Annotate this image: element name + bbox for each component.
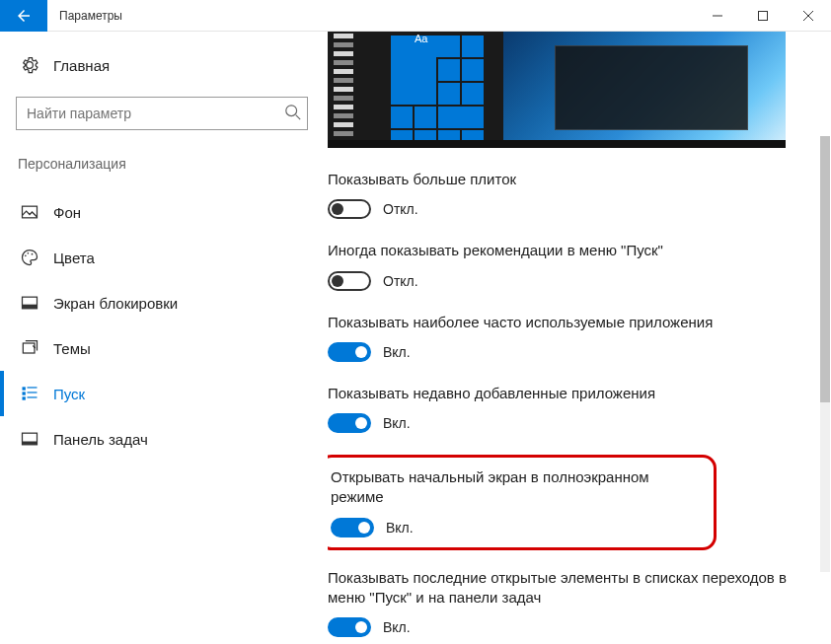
scrollbar[interactable] [820,136,830,572]
sidebar-item-label: Пуск [53,386,85,402]
setting-label: Открывать начальный экран в полноэкранно… [331,467,704,508]
close-button[interactable] [786,0,831,32]
search-box [16,97,312,130]
toggle-state: Откл. [383,201,418,217]
setting-label: Показывать последние открытые элементы в… [328,568,817,608]
sidebar-item-lockscreen[interactable]: Экран блокировки [16,280,312,325]
toggle-state: Вкл. [383,619,411,635]
sidebar-item-label: Экран блокировки [53,295,178,312]
toggle-jumplist[interactable] [328,617,371,637]
svg-rect-2 [23,206,38,218]
svg-rect-13 [28,392,38,393]
svg-rect-14 [28,396,38,397]
sidebar: Главная Персонализация Фон Цвета Экран б… [0,32,328,644]
start-preview: Aa [328,32,786,148]
taskbar-icon [20,429,39,449]
svg-rect-11 [23,396,26,399]
toggle-recent[interactable] [328,413,371,433]
toggle-more-tiles[interactable] [328,199,371,219]
minimize-button[interactable] [695,0,740,32]
sidebar-home-label: Главная [53,57,110,74]
content-area: Aa Показывать больше плиток Откл. Иногда… [328,32,831,644]
toggle-state: Вкл. [386,520,414,536]
category-label: Персонализация [18,156,312,172]
toggle-state: Вкл. [383,415,411,431]
setting-most-used: Показывать наиболее часто используемые п… [328,313,817,362]
setting-label: Показывать больше плиток [328,170,817,189]
setting-label: Иногда показывать рекомендации в меню "П… [328,241,817,260]
sidebar-item-colors[interactable]: Цвета [16,235,312,280]
sidebar-item-taskbar[interactable]: Панель задач [16,416,312,462]
setting-recent: Показывать недавно добавленные приложени… [328,384,817,433]
picture-icon [20,202,39,222]
svg-point-5 [32,253,34,255]
svg-rect-0 [759,12,768,21]
svg-rect-9 [23,387,26,390]
maximize-button[interactable] [740,0,786,32]
svg-point-3 [25,255,27,257]
setting-jumplist: Показывать последние открытые элементы в… [328,568,817,638]
svg-rect-8 [23,343,35,353]
titlebar: Параметры [0,0,831,32]
toggle-most-used[interactable] [328,342,371,362]
sidebar-item-label: Темы [53,340,91,357]
window-controls [695,0,831,32]
toggle-state: Откл. [383,273,418,289]
search-input[interactable] [16,97,308,130]
sidebar-item-home[interactable]: Главная [20,55,312,75]
arrow-left-icon [15,7,33,25]
sidebar-item-start[interactable]: Пуск [0,371,312,416]
window-title: Параметры [59,9,122,23]
svg-point-4 [28,252,30,254]
sidebar-item-label: Панель задач [53,431,148,448]
svg-rect-10 [23,392,26,394]
start-icon [20,384,39,403]
setting-fullscreen: Открывать начальный экран в полноэкранно… [331,467,704,537]
sidebar-item-background[interactable]: Фон [16,189,312,235]
lockscreen-icon [20,293,39,313]
sidebar-item-label: Цвета [53,250,95,266]
svg-rect-12 [28,387,38,388]
scrollbar-thumb[interactable] [820,136,830,402]
setting-label: Показывать наиболее часто используемые п… [328,313,817,332]
sidebar-item-themes[interactable]: Темы [16,325,312,371]
back-button[interactable] [0,0,47,32]
svg-rect-16 [23,442,38,445]
toggle-state: Вкл. [383,344,411,360]
setting-suggestions: Иногда показывать рекомендации в меню "П… [328,241,817,290]
svg-rect-7 [23,305,38,309]
search-icon [284,104,302,121]
setting-label: Показывать недавно добавленные приложени… [328,384,817,403]
palette-icon [20,248,39,267]
themes-icon [20,338,39,358]
sidebar-item-label: Фон [53,204,81,221]
setting-more-tiles: Показывать больше плиток Откл. [328,170,817,219]
toggle-suggestions[interactable] [328,271,371,291]
highlight-box: Открывать начальный экран в полноэкранно… [328,455,717,550]
toggle-fullscreen[interactable] [331,518,374,537]
svg-point-1 [286,106,297,116]
gear-icon [20,55,39,75]
